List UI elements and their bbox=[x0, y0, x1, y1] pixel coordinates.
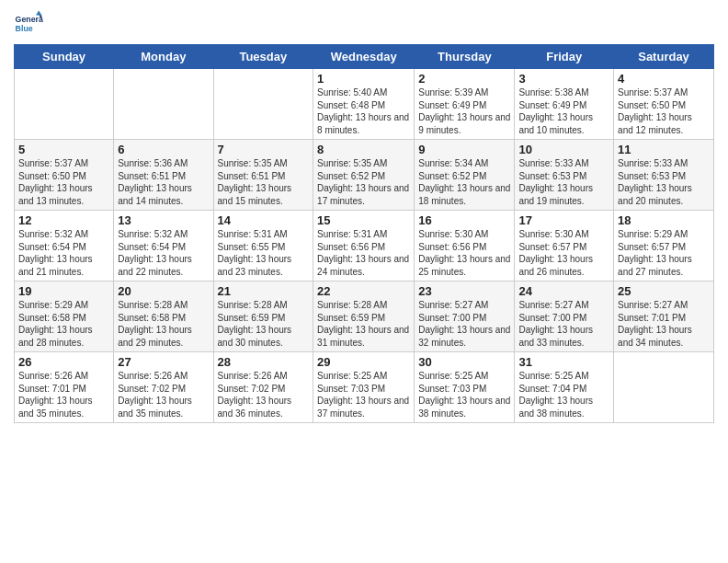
day-info: Sunrise: 5:36 AM Sunset: 6:51 PM Dayligh… bbox=[118, 157, 209, 207]
day-info: Sunrise: 5:28 AM Sunset: 6:58 PM Dayligh… bbox=[118, 299, 209, 349]
calendar-cell: 15Sunrise: 5:31 AM Sunset: 6:56 PM Dayli… bbox=[313, 211, 415, 282]
day-number: 27 bbox=[118, 355, 209, 369]
day-of-week-header: Thursday bbox=[415, 45, 515, 69]
day-number: 5 bbox=[18, 143, 109, 156]
calendar-cell: 8Sunrise: 5:35 AM Sunset: 6:52 PM Daylig… bbox=[313, 140, 415, 211]
day-number: 26 bbox=[18, 355, 109, 369]
logo-icon: General Blue bbox=[14, 9, 43, 39]
day-info: Sunrise: 5:37 AM Sunset: 6:50 PM Dayligh… bbox=[18, 157, 109, 207]
calendar-cell bbox=[213, 69, 313, 140]
day-info: Sunrise: 5:26 AM Sunset: 7:01 PM Dayligh… bbox=[18, 370, 109, 419]
day-info: Sunrise: 5:28 AM Sunset: 6:59 PM Dayligh… bbox=[317, 299, 410, 349]
calendar-cell: 12Sunrise: 5:32 AM Sunset: 6:54 PM Dayli… bbox=[15, 211, 114, 282]
calendar-cell bbox=[15, 69, 114, 140]
day-number: 8 bbox=[317, 143, 410, 156]
day-number: 16 bbox=[418, 213, 510, 227]
calendar-cell: 24Sunrise: 5:27 AM Sunset: 7:00 PM Dayli… bbox=[515, 282, 614, 352]
calendar-cell: 31Sunrise: 5:25 AM Sunset: 7:04 PM Dayli… bbox=[515, 352, 614, 423]
day-info: Sunrise: 5:39 AM Sunset: 6:49 PM Dayligh… bbox=[418, 86, 510, 136]
calendar-cell: 11Sunrise: 5:33 AM Sunset: 6:53 PM Dayli… bbox=[614, 140, 714, 211]
day-info: Sunrise: 5:25 AM Sunset: 7:04 PM Dayligh… bbox=[518, 370, 609, 419]
calendar-cell: 30Sunrise: 5:25 AM Sunset: 7:03 PM Dayli… bbox=[415, 352, 515, 423]
day-number: 13 bbox=[118, 213, 209, 227]
day-number: 29 bbox=[317, 355, 410, 369]
calendar-cell: 21Sunrise: 5:28 AM Sunset: 6:59 PM Dayli… bbox=[213, 282, 313, 352]
calendar-week-row: 12Sunrise: 5:32 AM Sunset: 6:54 PM Dayli… bbox=[15, 211, 714, 282]
calendar-cell: 13Sunrise: 5:32 AM Sunset: 6:54 PM Dayli… bbox=[114, 211, 213, 282]
day-of-week-header: Tuesday bbox=[213, 45, 313, 69]
day-info: Sunrise: 5:30 AM Sunset: 6:56 PM Dayligh… bbox=[418, 228, 510, 278]
day-number: 23 bbox=[418, 284, 510, 298]
day-number: 17 bbox=[518, 213, 609, 227]
calendar-cell: 9Sunrise: 5:34 AM Sunset: 6:52 PM Daylig… bbox=[415, 140, 515, 211]
day-number: 18 bbox=[618, 213, 710, 227]
calendar-cell: 3Sunrise: 5:38 AM Sunset: 6:49 PM Daylig… bbox=[515, 69, 614, 140]
calendar-cell bbox=[614, 352, 714, 423]
day-number: 6 bbox=[118, 143, 209, 156]
calendar-cell: 14Sunrise: 5:31 AM Sunset: 6:55 PM Dayli… bbox=[213, 211, 313, 282]
calendar-cell: 7Sunrise: 5:35 AM Sunset: 6:51 PM Daylig… bbox=[213, 140, 313, 211]
svg-text:General: General bbox=[16, 15, 43, 24]
calendar-cell: 2Sunrise: 5:39 AM Sunset: 6:49 PM Daylig… bbox=[415, 69, 515, 140]
calendar-week-row: 26Sunrise: 5:26 AM Sunset: 7:01 PM Dayli… bbox=[15, 352, 714, 423]
calendar-cell: 26Sunrise: 5:26 AM Sunset: 7:01 PM Dayli… bbox=[15, 352, 114, 423]
day-number: 19 bbox=[18, 284, 109, 298]
calendar-cell: 16Sunrise: 5:30 AM Sunset: 6:56 PM Dayli… bbox=[415, 211, 515, 282]
day-info: Sunrise: 5:35 AM Sunset: 6:51 PM Dayligh… bbox=[218, 157, 310, 207]
calendar-cell: 18Sunrise: 5:29 AM Sunset: 6:57 PM Dayli… bbox=[614, 211, 714, 282]
calendar-cell: 28Sunrise: 5:26 AM Sunset: 7:02 PM Dayli… bbox=[213, 352, 313, 423]
calendar-cell: 1Sunrise: 5:40 AM Sunset: 6:48 PM Daylig… bbox=[313, 69, 415, 140]
day-info: Sunrise: 5:27 AM Sunset: 7:01 PM Dayligh… bbox=[618, 299, 710, 349]
calendar-cell: 22Sunrise: 5:28 AM Sunset: 6:59 PM Dayli… bbox=[313, 282, 415, 352]
day-number: 3 bbox=[518, 72, 609, 86]
day-info: Sunrise: 5:25 AM Sunset: 7:03 PM Dayligh… bbox=[317, 370, 410, 419]
day-number: 12 bbox=[18, 213, 109, 227]
day-number: 28 bbox=[218, 355, 310, 369]
logo: General Blue bbox=[14, 9, 43, 39]
day-info: Sunrise: 5:37 AM Sunset: 6:50 PM Dayligh… bbox=[618, 86, 710, 136]
calendar-week-row: 1Sunrise: 5:40 AM Sunset: 6:48 PM Daylig… bbox=[15, 69, 714, 140]
calendar-cell: 19Sunrise: 5:29 AM Sunset: 6:58 PM Dayli… bbox=[15, 282, 114, 352]
day-number: 22 bbox=[317, 284, 410, 298]
day-number: 31 bbox=[518, 355, 609, 369]
calendar: SundayMondayTuesdayWednesdayThursdayFrid… bbox=[14, 44, 714, 423]
calendar-cell: 5Sunrise: 5:37 AM Sunset: 6:50 PM Daylig… bbox=[15, 140, 114, 211]
day-info: Sunrise: 5:30 AM Sunset: 6:57 PM Dayligh… bbox=[518, 228, 609, 278]
day-info: Sunrise: 5:27 AM Sunset: 7:00 PM Dayligh… bbox=[518, 299, 609, 349]
calendar-header-row: SundayMondayTuesdayWednesdayThursdayFrid… bbox=[15, 45, 714, 69]
day-info: Sunrise: 5:26 AM Sunset: 7:02 PM Dayligh… bbox=[118, 370, 209, 419]
day-of-week-header: Saturday bbox=[614, 45, 714, 69]
day-number: 25 bbox=[618, 284, 710, 298]
calendar-cell: 6Sunrise: 5:36 AM Sunset: 6:51 PM Daylig… bbox=[114, 140, 213, 211]
day-number: 10 bbox=[518, 143, 609, 156]
calendar-cell: 20Sunrise: 5:28 AM Sunset: 6:58 PM Dayli… bbox=[114, 282, 213, 352]
day-number: 2 bbox=[418, 72, 510, 86]
day-info: Sunrise: 5:32 AM Sunset: 6:54 PM Dayligh… bbox=[118, 228, 209, 278]
day-info: Sunrise: 5:40 AM Sunset: 6:48 PM Dayligh… bbox=[317, 86, 410, 136]
day-info: Sunrise: 5:28 AM Sunset: 6:59 PM Dayligh… bbox=[218, 299, 310, 349]
calendar-cell: 25Sunrise: 5:27 AM Sunset: 7:01 PM Dayli… bbox=[614, 282, 714, 352]
day-number: 14 bbox=[218, 213, 310, 227]
day-info: Sunrise: 5:25 AM Sunset: 7:03 PM Dayligh… bbox=[418, 370, 510, 419]
svg-text:Blue: Blue bbox=[16, 24, 33, 33]
calendar-cell: 23Sunrise: 5:27 AM Sunset: 7:00 PM Dayli… bbox=[415, 282, 515, 352]
day-number: 11 bbox=[618, 143, 710, 156]
day-number: 7 bbox=[218, 143, 310, 156]
day-info: Sunrise: 5:29 AM Sunset: 6:57 PM Dayligh… bbox=[618, 228, 710, 278]
day-number: 24 bbox=[518, 284, 609, 298]
day-info: Sunrise: 5:34 AM Sunset: 6:52 PM Dayligh… bbox=[418, 157, 510, 207]
calendar-cell: 4Sunrise: 5:37 AM Sunset: 6:50 PM Daylig… bbox=[614, 69, 714, 140]
day-info: Sunrise: 5:29 AM Sunset: 6:58 PM Dayligh… bbox=[18, 299, 109, 349]
day-of-week-header: Wednesday bbox=[313, 45, 415, 69]
day-info: Sunrise: 5:35 AM Sunset: 6:52 PM Dayligh… bbox=[317, 157, 410, 207]
calendar-cell: 27Sunrise: 5:26 AM Sunset: 7:02 PM Dayli… bbox=[114, 352, 213, 423]
day-info: Sunrise: 5:31 AM Sunset: 6:55 PM Dayligh… bbox=[218, 228, 310, 278]
day-info: Sunrise: 5:32 AM Sunset: 6:54 PM Dayligh… bbox=[18, 228, 109, 278]
day-number: 4 bbox=[618, 72, 710, 86]
day-of-week-header: Monday bbox=[114, 45, 213, 69]
day-info: Sunrise: 5:33 AM Sunset: 6:53 PM Dayligh… bbox=[518, 157, 609, 207]
day-info: Sunrise: 5:31 AM Sunset: 6:56 PM Dayligh… bbox=[317, 228, 410, 278]
day-info: Sunrise: 5:38 AM Sunset: 6:49 PM Dayligh… bbox=[518, 86, 609, 136]
day-number: 30 bbox=[418, 355, 510, 369]
day-of-week-header: Friday bbox=[515, 45, 614, 69]
